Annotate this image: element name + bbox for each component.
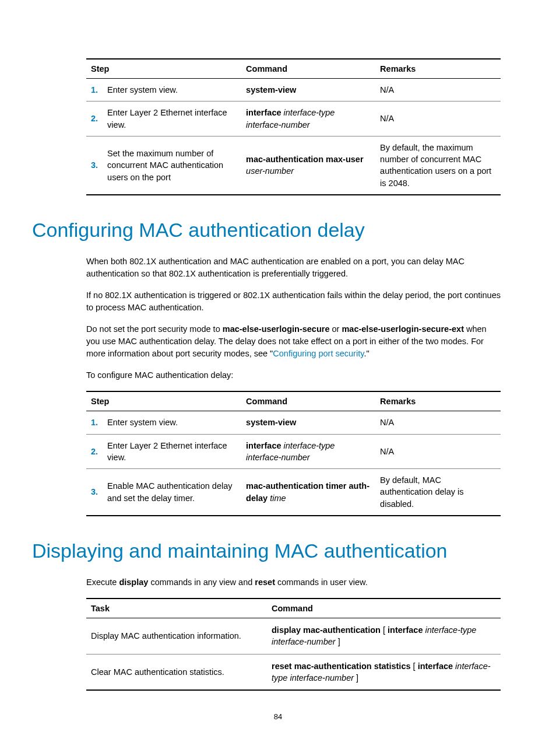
table-row: 3. Set the maximum number of concurrent … (86, 136, 501, 195)
remarks-text: N/A (375, 434, 501, 469)
table-row: Clear MAC authentication statistics. res… (86, 654, 501, 690)
step-number: 3. (86, 136, 103, 195)
step-number: 2. (86, 102, 103, 136)
step-text: Enter system view. (103, 411, 241, 434)
heading-config-delay: Configuring MAC authentication delay (32, 219, 501, 242)
remarks-text: By default, MAC authentication delay is … (375, 469, 501, 516)
table-row: 1. Enter system view. system-view N/A (86, 411, 501, 434)
th-command: Command (241, 391, 375, 411)
command-text: mac-authentication max-user user-number (241, 136, 375, 195)
command-text: system-view (241, 79, 375, 102)
command-text: mac-authentication timer auth-delay time (241, 469, 375, 516)
task-table: Task Command Display MAC authentication … (86, 598, 501, 691)
command-text: interface interface-type interface-numbe… (241, 434, 375, 469)
steps-table-1: Step Command Remarks 1. Enter system vie… (86, 58, 501, 195)
th-task: Task (86, 598, 267, 618)
steps-table-2: Step Command Remarks 1. Enter system vie… (86, 391, 501, 516)
task-text: Clear MAC authentication statistics. (86, 654, 267, 690)
step-text: Enter system view. (103, 79, 241, 102)
paragraph: Execute display commands in any view and… (86, 576, 501, 589)
step-number: 2. (86, 434, 103, 469)
table-row: Display MAC authentication information. … (86, 618, 501, 654)
page-number: 84 (0, 712, 556, 721)
table-row: 2. Enter Layer 2 Ethernet interface view… (86, 434, 501, 469)
step-number: 3. (86, 469, 103, 516)
command-text: interface interface-type interface-numbe… (241, 102, 375, 136)
th-command: Command (241, 59, 375, 79)
step-number: 1. (86, 411, 103, 434)
th-remarks: Remarks (375, 59, 501, 79)
th-command: Command (267, 598, 501, 618)
step-text: Enable MAC authentication delay and set … (103, 469, 241, 516)
step-number: 1. (86, 79, 103, 102)
step-text: Enter Layer 2 Ethernet interface view. (103, 434, 241, 469)
table-row: 1. Enter system view. system-view N/A (86, 79, 501, 102)
paragraph: If no 802.1X authentication is triggered… (86, 289, 501, 314)
remarks-text: N/A (375, 411, 501, 434)
heading-display-maintain: Displaying and maintaining MAC authentic… (32, 540, 501, 562)
step-text: Enter Layer 2 Ethernet interface view. (103, 102, 241, 136)
remarks-text: N/A (375, 102, 501, 136)
command-text: display mac-authentication [ interface i… (267, 618, 501, 654)
link-config-port-security[interactable]: Configuring port security (273, 349, 364, 358)
th-step: Step (86, 59, 241, 79)
paragraph: When both 802.1X authentication and MAC … (86, 256, 501, 280)
command-text: system-view (241, 411, 375, 434)
step-text: Set the maximum number of concurrent MAC… (103, 136, 241, 195)
remarks-text: N/A (375, 79, 501, 102)
task-text: Display MAC authentication information. (86, 618, 267, 654)
remarks-text: By default, the maximum number of concur… (375, 136, 501, 195)
paragraph: To configure MAC authentication delay: (86, 369, 501, 382)
table-row: 3. Enable MAC authentication delay and s… (86, 469, 501, 516)
th-remarks: Remarks (375, 391, 501, 411)
th-step: Step (86, 391, 241, 411)
table-row: 2. Enter Layer 2 Ethernet interface view… (86, 102, 501, 136)
command-text: reset mac-authentication statistics [ in… (267, 654, 501, 690)
paragraph: Do not set the port security mode to mac… (86, 323, 501, 360)
